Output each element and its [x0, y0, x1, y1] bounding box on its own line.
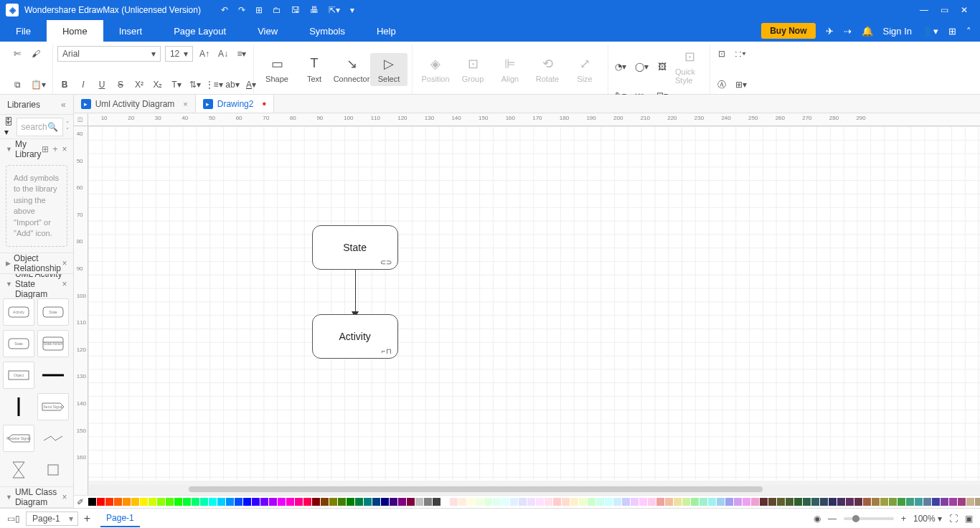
pages-outline-icon[interactable]: ▭▯: [7, 514, 20, 524]
decrease-font-icon[interactable]: A↓: [216, 46, 230, 62]
selectall-icon[interactable]: ⊞▾: [733, 77, 749, 93]
color-swatch[interactable]: [433, 498, 440, 506]
size-tool[interactable]: ⤢Size: [566, 53, 603, 86]
superscript-icon[interactable]: X²: [132, 77, 146, 93]
color-swatch[interactable]: [837, 498, 845, 506]
shape-thumb[interactable]: State: [37, 298, 69, 326]
connector-tool[interactable]: ↘Connector: [333, 53, 370, 86]
color-swatch[interactable]: [656, 498, 664, 506]
library-manager-icon[interactable]: 🗄▾: [4, 117, 14, 137]
connector-line[interactable]: [355, 270, 356, 313]
italic-icon[interactable]: I: [76, 77, 90, 93]
color-swatch[interactable]: [114, 498, 122, 506]
bullets-icon[interactable]: ⋮≡▾: [207, 77, 221, 93]
shape-thumb[interactable]: [3, 456, 34, 484]
print-icon[interactable]: 🖶: [310, 5, 319, 15]
qat-more-icon[interactable]: ▾: [350, 5, 354, 15]
color-swatch[interactable]: [510, 498, 518, 506]
color-swatch[interactable]: [889, 498, 897, 506]
color-swatch[interactable]: [527, 498, 535, 506]
color-swatch[interactable]: [476, 498, 484, 506]
shape-thumb[interactable]: [37, 362, 69, 389]
signin-link[interactable]: Sign In: [883, 26, 912, 37]
color-swatch[interactable]: [467, 498, 475, 506]
color-swatch[interactable]: [743, 498, 750, 506]
color-swatch[interactable]: [846, 498, 854, 506]
color-swatch[interactable]: [648, 498, 656, 506]
lib-down-icon[interactable]: ˅: [66, 127, 69, 133]
color-swatch[interactable]: [811, 498, 819, 506]
color-swatch[interactable]: [794, 498, 802, 506]
color-swatch[interactable]: [768, 498, 776, 506]
color-swatch[interactable]: [545, 498, 552, 506]
add-page-icon[interactable]: +: [84, 512, 90, 525]
crop-icon[interactable]: ⸬▾: [733, 46, 749, 62]
play-icon[interactable]: ◉: [814, 514, 821, 524]
umlactivity-header[interactable]: ▼UML Activity State Diagram ×: [0, 274, 73, 294]
color-swatch[interactable]: [682, 498, 690, 506]
strike-icon[interactable]: S: [113, 77, 128, 93]
page-tab[interactable]: Page-1: [100, 510, 140, 527]
color-swatch[interactable]: [631, 498, 639, 506]
color-swatch[interactable]: [424, 498, 432, 506]
maximize-button[interactable]: ▭: [934, 5, 954, 15]
notification-icon[interactable]: 🔔: [862, 26, 873, 37]
color-swatch[interactable]: [407, 498, 415, 506]
picture-icon[interactable]: 🖾: [655, 59, 669, 75]
lib-up-icon[interactable]: ˄: [66, 121, 69, 127]
color-swatch[interactable]: [415, 498, 423, 506]
bold-icon[interactable]: B: [57, 77, 72, 93]
shape-thumb[interactable]: State Action: [37, 330, 69, 357]
color-swatch[interactable]: [183, 498, 191, 506]
increase-font-icon[interactable]: A↑: [197, 46, 212, 62]
color-swatch[interactable]: [338, 498, 346, 506]
undo-icon[interactable]: ↶: [221, 5, 228, 15]
color-swatch[interactable]: [381, 498, 389, 506]
color-swatch[interactable]: [235, 498, 242, 506]
color-swatch[interactable]: [605, 498, 613, 506]
lib-close-icon[interactable]: ×: [62, 144, 67, 154]
account-icon[interactable]: 👤▾: [922, 26, 938, 37]
select-tool[interactable]: ▷Select: [370, 53, 407, 86]
position-tool[interactable]: ◈Position: [417, 53, 454, 86]
zoom-value[interactable]: 100% ▾: [913, 514, 942, 524]
menu-home[interactable]: Home: [47, 20, 103, 42]
drawing-canvas[interactable]: State ⊂⊃ Activity ⌐⊓: [88, 126, 980, 481]
color-swatch[interactable]: [200, 498, 208, 506]
color-swatch[interactable]: [140, 498, 148, 506]
tab-drawing2[interactable]: ▸ Drawing2 •: [196, 95, 274, 113]
color-swatch[interactable]: [226, 498, 234, 506]
zoom-in-icon[interactable]: +: [901, 514, 906, 524]
color-swatch[interactable]: [786, 498, 793, 506]
color-swatch[interactable]: [829, 498, 837, 506]
color-swatch[interactable]: [347, 498, 354, 506]
share-icon[interactable]: ⇢: [844, 26, 852, 37]
copy-icon[interactable]: ⧉: [10, 77, 24, 93]
new-icon[interactable]: ⊞: [255, 5, 263, 15]
color-swatch[interactable]: [209, 498, 217, 506]
menu-insert[interactable]: Insert: [103, 20, 159, 42]
paste-icon[interactable]: 📋▾: [29, 77, 48, 93]
rotate-tool[interactable]: ⟲Rotate: [529, 53, 566, 86]
color-swatch[interactable]: [329, 498, 337, 506]
color-swatch[interactable]: [295, 498, 303, 506]
color-swatch[interactable]: [665, 498, 673, 506]
color-swatch[interactable]: [966, 498, 974, 506]
page-select[interactable]: Page-1: [26, 512, 78, 526]
color-swatch[interactable]: [725, 498, 733, 506]
color-swatch[interactable]: [699, 498, 707, 506]
library-search-input[interactable]: search🔍: [17, 118, 63, 136]
underline-icon[interactable]: U: [95, 77, 109, 93]
color-swatch[interactable]: [312, 498, 320, 506]
color-swatch[interactable]: [131, 498, 139, 506]
color-swatch[interactable]: [588, 498, 595, 506]
color-swatch[interactable]: [622, 498, 630, 506]
color-swatch[interactable]: [252, 498, 260, 506]
color-swatch[interactable]: [501, 498, 509, 506]
subscript-icon[interactable]: X₂: [151, 77, 165, 93]
shape-thumb[interactable]: Send Signal: [37, 393, 69, 420]
find-icon[interactable]: ⊡: [715, 46, 729, 62]
color-swatch[interactable]: [975, 498, 980, 506]
shape-thumb[interactable]: Receive Signal: [3, 425, 34, 452]
fit-page-icon[interactable]: ⛶: [949, 514, 958, 524]
